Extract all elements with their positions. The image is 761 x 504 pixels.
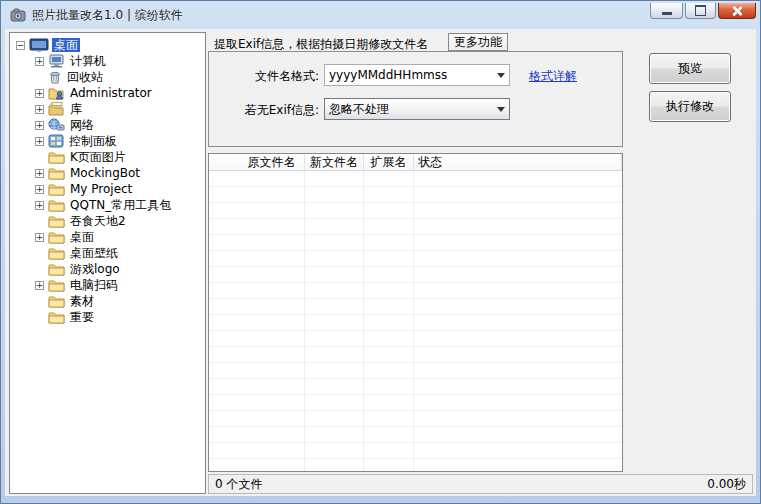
folder-icon	[48, 198, 65, 212]
tab-more-features[interactable]: 更多功能	[448, 33, 508, 51]
tree-item[interactable]: +MockingBot	[10, 165, 205, 181]
tree-item-label[interactable]: 控制面板	[67, 134, 119, 148]
column-header[interactable]: 状态	[414, 154, 622, 170]
expand-expander-icon[interactable]: +	[35, 185, 44, 194]
tree-item[interactable]: +计算机	[10, 53, 205, 69]
tree-item-label[interactable]: QQTN_常用工具包	[68, 198, 173, 212]
close-button[interactable]	[718, 3, 756, 19]
table-cell	[414, 347, 622, 362]
table-cell	[364, 363, 414, 378]
expand-expander-icon[interactable]: +	[35, 233, 44, 242]
tree-item-label[interactable]: K页面图片	[68, 150, 128, 164]
column-header[interactable]: 原文件名	[209, 154, 305, 170]
table-cell	[305, 219, 364, 234]
tree-item[interactable]: 重要	[10, 309, 205, 325]
table-cell	[209, 235, 305, 250]
no-exif-value: 忽略不处理	[325, 101, 493, 118]
table-row	[209, 299, 622, 315]
tree-item-label[interactable]: 游戏logo	[68, 262, 122, 276]
expand-expander-icon[interactable]: +	[35, 137, 44, 146]
tree-item-label[interactable]: My Project	[68, 182, 134, 196]
tree-item[interactable]: +网络	[10, 117, 205, 133]
tree-item[interactable]: +Administrator	[10, 85, 205, 101]
no-expander	[35, 313, 44, 322]
computer-icon	[48, 54, 65, 68]
table-cell	[364, 283, 414, 298]
folder-icon	[48, 150, 65, 164]
filename-format-combobox[interactable]: yyyyMMddHHmmss	[324, 64, 510, 86]
folder-icon	[48, 166, 65, 180]
expand-expander-icon[interactable]: +	[35, 57, 44, 66]
tree-item[interactable]: −桌面	[10, 37, 205, 53]
tree-item-label[interactable]: 网络	[68, 118, 96, 132]
table-row	[209, 171, 622, 187]
folder-icon	[48, 182, 65, 196]
no-expander	[35, 153, 44, 162]
tree-item-label[interactable]: 桌面	[68, 230, 96, 244]
expand-expander-icon[interactable]: +	[35, 105, 44, 114]
no-exif-combobox[interactable]: 忽略不处理	[324, 98, 510, 120]
tree-item-label[interactable]: 桌面	[52, 38, 80, 52]
folder-icon	[48, 230, 65, 244]
tree-item-label[interactable]: 计算机	[68, 54, 108, 68]
tree-item[interactable]: 桌面壁纸	[10, 245, 205, 261]
library-icon	[48, 102, 65, 116]
tree-item-label[interactable]: 吞食天地2	[68, 214, 128, 228]
tree-item-label[interactable]: 回收站	[65, 70, 105, 84]
table-cell	[414, 219, 622, 234]
expand-expander-icon[interactable]: +	[35, 281, 44, 290]
format-details-link[interactable]: 格式详解	[529, 68, 577, 85]
table-cell	[305, 395, 364, 410]
tree-item[interactable]: 素材	[10, 293, 205, 309]
tree-item[interactable]: +控制面板	[10, 133, 205, 149]
execute-rename-button[interactable]: 执行修改	[649, 91, 731, 122]
tree-item[interactable]: K页面图片	[10, 149, 205, 165]
tree-item-label[interactable]: 重要	[68, 310, 96, 324]
table-cell	[364, 235, 414, 250]
maximize-button[interactable]	[685, 3, 716, 19]
tree-item-label[interactable]: Administrator	[68, 86, 154, 100]
chevron-down-icon[interactable]	[493, 107, 509, 112]
table-cell	[305, 203, 364, 218]
tree-item-label[interactable]: 库	[68, 102, 84, 116]
tree-item[interactable]: +电脑扫码	[10, 277, 205, 293]
tree-item-label[interactable]: 电脑扫码	[68, 278, 120, 292]
tree-item[interactable]: +QQTN_常用工具包	[10, 197, 205, 213]
table-row	[209, 459, 622, 472]
user-folder-icon	[48, 86, 65, 100]
file-count-status: 0 个文件	[215, 476, 262, 493]
table-cell	[414, 411, 622, 426]
minimize-button[interactable]	[650, 3, 683, 19]
recycle-bin-icon	[48, 70, 62, 84]
no-expander	[35, 217, 44, 226]
table-cell	[414, 363, 622, 378]
collapse-expander-icon[interactable]: −	[16, 41, 25, 50]
table-row	[209, 267, 622, 283]
table-cell	[364, 347, 414, 362]
tree-item[interactable]: 吞食天地2	[10, 213, 205, 229]
table-cell	[209, 443, 305, 458]
column-header[interactable]: 新文件名	[305, 154, 364, 170]
tree-item[interactable]: +My Project	[10, 181, 205, 197]
filename-format-label: 文件名格式:	[211, 68, 319, 85]
table-row	[209, 187, 622, 203]
elapsed-time-status: 0.00秒	[707, 476, 746, 493]
tree-item-label[interactable]: MockingBot	[68, 166, 142, 180]
tree-item[interactable]: +桌面	[10, 229, 205, 245]
table-cell	[209, 267, 305, 282]
chevron-down-icon[interactable]	[493, 73, 509, 78]
tree-item[interactable]: 游戏logo	[10, 261, 205, 277]
tree-item[interactable]: +库	[10, 101, 205, 117]
expand-expander-icon[interactable]: +	[35, 121, 44, 130]
tree-item[interactable]: 回收站	[10, 69, 205, 85]
tree-item-label[interactable]: 桌面壁纸	[68, 246, 120, 260]
table-cell	[305, 459, 364, 472]
column-header[interactable]: 扩展名	[364, 154, 414, 170]
tree-item-label[interactable]: 素材	[68, 294, 96, 308]
table-cell	[305, 299, 364, 314]
folder-icon	[48, 214, 65, 228]
preview-button[interactable]: 预览	[649, 53, 731, 84]
expand-expander-icon[interactable]: +	[35, 201, 44, 210]
expand-expander-icon[interactable]: +	[35, 89, 44, 98]
expand-expander-icon[interactable]: +	[35, 169, 44, 178]
